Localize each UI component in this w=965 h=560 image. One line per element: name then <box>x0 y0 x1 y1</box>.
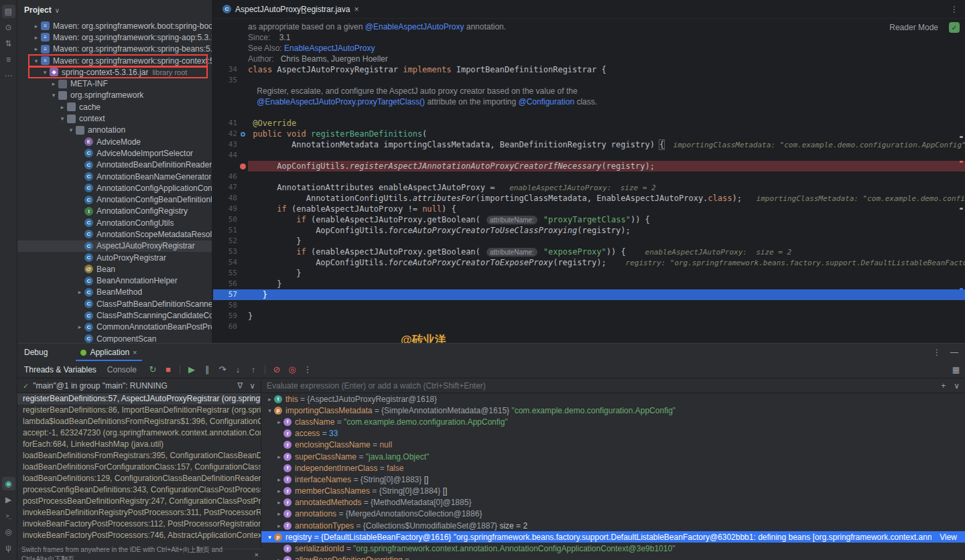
step-into-icon[interactable]: ↓ <box>233 364 243 374</box>
variable-chevron-icon[interactable]: ▸ <box>275 557 283 560</box>
tree-item[interactable]: CAnnotationConfigBeanDefinitionParser <box>17 194 212 205</box>
code-line[interactable]: 49 if (enableAspectJAutoProxy != null) { <box>213 204 965 214</box>
pull-requests-tool-icon[interactable]: ⇅ <box>2 37 15 50</box>
tree-chevron-icon[interactable]: ▸ <box>31 34 41 41</box>
stack-frame[interactable]: loadBeanDefinitionsFromRegistrars:395, C… <box>17 450 261 462</box>
gutter-line-number[interactable]: 52 <box>213 236 237 247</box>
tree-chevron-icon[interactable]: ▸ <box>49 80 58 87</box>
debug-tab-close-icon[interactable]: × <box>133 348 137 356</box>
gutter-line-number[interactable]: 35 <box>213 75 237 86</box>
stack-frame[interactable]: loadBeanDefinitions:129, ConfigurationCl… <box>17 473 261 484</box>
variable-chevron-icon[interactable]: ▾ <box>265 534 274 541</box>
stack-frame[interactable]: accept:-1, 623247230 (org.springframewor… <box>17 427 261 439</box>
tree-item[interactable]: ▸≡Maven: org.springframework:spring-aop:… <box>17 31 212 43</box>
stop-icon[interactable]: ■ <box>163 364 174 374</box>
variable-row[interactable]: findependentInnerClass = false <box>261 462 965 474</box>
tree-item[interactable]: ▾org.springframework <box>17 90 212 101</box>
tree-chevron-icon[interactable]: ▸ <box>31 23 41 29</box>
view-breakpoints-icon[interactable]: ◎ <box>287 364 298 374</box>
tree-item[interactable]: CAnnotationConfigUtils <box>17 217 212 228</box>
code-line[interactable]: 41 @Override <box>213 118 965 129</box>
code-line[interactable]: 47 AnnotationAttributes enableAspectJAut… <box>213 182 965 193</box>
step-over-icon[interactable]: ↷ <box>217 364 228 374</box>
gutter-line-number[interactable]: 58 <box>213 300 237 311</box>
gutter-line-number[interactable] <box>213 86 237 96</box>
gutter-line-number[interactable] <box>213 54 237 64</box>
hide-panel-icon[interactable]: — <box>950 348 958 357</box>
tree-item[interactable]: CAnnotationConfigApplicationContext <box>17 182 212 194</box>
tree-item[interactable]: CBeanAnnotationHelper <box>17 275 212 287</box>
stack-frame[interactable]: registerBeanDefinitions:57, AspectJAutoP… <box>17 393 261 405</box>
gutter-line-number[interactable]: 49 <box>213 204 237 214</box>
variable-chevron-icon[interactable]: ▸ <box>275 522 283 529</box>
tree-chevron-icon[interactable]: ▸ <box>75 324 84 330</box>
evaluate-expression-input[interactable]: Evaluate expression (Enter) or add a wat… <box>261 379 965 393</box>
gutter-line-number[interactable]: 57 <box>213 289 237 300</box>
tree-chevron-icon[interactable]: ▾ <box>58 115 67 122</box>
variable-row[interactable]: fenclosingClassName = null <box>261 439 965 451</box>
tree-item[interactable]: @Bean <box>17 263 212 275</box>
tree-item[interactable]: ▸META-INF <box>17 78 212 89</box>
code-line[interactable]: 44 <box>213 150 965 161</box>
code-line[interactable]: 60 <box>213 322 965 332</box>
breakpoint-icon[interactable] <box>240 163 246 169</box>
method-marker-icon[interactable] <box>241 132 245 137</box>
gutter-line-number[interactable]: 54 <box>213 257 237 268</box>
gutter-line-number[interactable]: 50 <box>213 214 237 225</box>
gutter-line-number[interactable] <box>213 96 237 107</box>
code-line[interactable]: 58 <box>213 300 965 311</box>
tree-item[interactable]: CClassPathBeanDefinitionScanner <box>17 298 212 309</box>
stack-frame[interactable]: postProcessBeanDefinitionRegistry:247, C… <box>17 496 261 507</box>
tree-chevron-icon[interactable]: ▾ <box>66 127 76 133</box>
rendered-doc-line[interactable]: @EnableAspectJAutoProxy.proxyTargetClass… <box>213 96 965 107</box>
tree-item[interactable]: ▸CBeanMethod <box>17 287 212 298</box>
tree-item[interactable]: CComponentScan <box>17 333 212 343</box>
commit-tool-icon[interactable]: ⊙ <box>2 21 15 34</box>
code-line[interactable]: 54 AopConfigUtils.forceAutoProxyCreatorT… <box>213 257 965 268</box>
gutter-line-number[interactable] <box>213 21 237 32</box>
code-area[interactable]: as appropriate based on a given @EnableA… <box>213 19 965 343</box>
stack-frame[interactable]: invokeBeanFactoryPostProcessors:112, Pos… <box>17 518 261 530</box>
tab-threads-variables[interactable]: Threads & Variables <box>24 365 96 374</box>
tree-item[interactable]: ▸≡Maven: org.springframework.boot:spring… <box>17 20 212 31</box>
tree-item[interactable]: CAdviceModeImportSelector <box>17 147 212 159</box>
code-line[interactable]: 52 } <box>213 236 965 247</box>
stack-frame[interactable]: invokeBeanFactoryPostProcessors:746, Abs… <box>17 530 261 541</box>
gutter-line-number[interactable] <box>213 43 237 54</box>
gutter-line-number[interactable]: 48 <box>213 193 237 204</box>
variable-row[interactable]: faccess = 33 <box>261 428 965 439</box>
variable-chevron-icon[interactable]: ▸ <box>275 476 283 483</box>
code-line[interactable]: 53 if (enableAspectJAutoProxy.getBoolean… <box>213 247 965 257</box>
tree-chevron-icon[interactable]: ▸ <box>31 46 41 52</box>
stack-frame[interactable]: lambda$loadBeanDefinitionsFromRegistrars… <box>17 416 261 427</box>
variable-row[interactable]: ▸fallowBeanDefinitionOverriding = <box>261 555 965 560</box>
gutter-line-number[interactable] <box>213 32 237 43</box>
variable-chevron-icon[interactable]: ▸ <box>275 488 283 494</box>
variable-row[interactable]: ▸fannotatedMethods = {MethodMetadata[0]@… <box>261 497 965 508</box>
project-panel-header[interactable]: Project ∨ <box>17 0 212 20</box>
code-line[interactable]: 57 } <box>213 289 965 300</box>
tree-chevron-icon[interactable]: ▸ <box>58 104 67 111</box>
code-line[interactable]: 48 AnnotationConfigUtils.attributesFor(i… <box>213 193 965 204</box>
stack-frame[interactable]: registerBeanDefinitions:86, ImportBeanDe… <box>17 405 261 416</box>
terminal-tool-icon[interactable]: >_ <box>2 509 15 522</box>
thread-dropdown-icon[interactable]: ∨ <box>249 381 255 391</box>
expand-icon[interactable]: ∨ <box>954 381 960 391</box>
tree-item[interactable]: ▸CCommonAnnotationBeanPostProcesso <box>17 322 212 333</box>
editor-tab-aspectjautoproxyregistrar[interactable]: C AspectJAutoProxyR̲egistrar.java × <box>216 0 365 19</box>
rendered-doc-line[interactable]: Since: 3.1 <box>213 32 965 43</box>
gutter-line-number[interactable]: 44 <box>213 150 237 161</box>
rendered-doc-line[interactable]: as appropriate based on a given @EnableA… <box>213 21 965 32</box>
vcs-tool-icon[interactable]: ψ <box>2 541 15 555</box>
code-line[interactable] <box>213 107 965 118</box>
layout-settings-icon[interactable]: ▦ <box>952 365 960 374</box>
tree-item[interactable]: CAutoProxyRegistrar <box>17 252 212 263</box>
variable-row[interactable]: ▸fannotationTypes = {Collections$Unmodif… <box>261 520 965 531</box>
more-actions-icon[interactable]: ⋮ <box>302 364 313 374</box>
variable-row[interactable]: ▸tthis = {AspectJAutoProxyRegistrar@1618… <box>261 393 965 405</box>
hint-close-icon[interactable]: × <box>255 551 259 559</box>
gutter-line-number[interactable]: 46 <box>213 171 237 182</box>
add-watch-icon[interactable]: + <box>941 381 946 391</box>
variable-chevron-icon[interactable]: ▸ <box>275 499 283 506</box>
debug-tool-icon[interactable]: ◉ <box>2 477 15 490</box>
